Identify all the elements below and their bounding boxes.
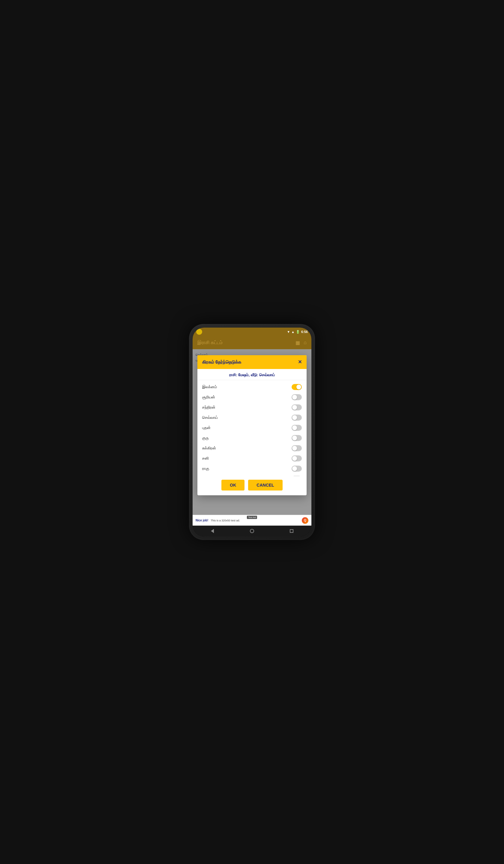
cancel-button[interactable]: CANCEL xyxy=(248,480,282,491)
planet-name-0: இலக்னம் xyxy=(202,385,217,389)
toggle-knob-8 xyxy=(292,466,297,471)
ok-button[interactable]: OK xyxy=(221,480,244,491)
ad-logo: Q xyxy=(302,517,309,524)
planet-row-0: இலக்னம் xyxy=(202,382,302,392)
planet-name-1: சூரியன் xyxy=(202,395,215,400)
status-right: ▼ ▲ 🔋 6:56 xyxy=(287,330,308,334)
home-button[interactable] xyxy=(246,525,258,536)
planet-row-6: சுக்கிரன் xyxy=(202,443,302,453)
ad-nice-text: Nice job! xyxy=(195,519,208,522)
ad-main-text: This is a 320x50 test ad. xyxy=(211,519,240,522)
planet-row-9: கேது xyxy=(202,474,302,476)
planet-name-7: சனி xyxy=(202,456,209,461)
planet-row-2: சந்திரன் xyxy=(202,402,302,412)
toggle-knob-5 xyxy=(292,435,297,440)
planet-row-1: சூரியன் xyxy=(202,392,302,402)
planet-toggle-0[interactable] xyxy=(291,384,302,390)
app-bar-icons: ▦ ⌂ xyxy=(296,340,307,346)
wifi-icon: ▼ xyxy=(287,330,290,334)
battery-icon: 🔋 xyxy=(296,330,300,334)
planet-list: இலக்னம் சூரியன் சந்திரன் xyxy=(197,380,307,476)
planet-toggle-6[interactable] xyxy=(291,445,302,451)
dialog-header: கிரகம் தேர்ந்தெடுக்க ✕ xyxy=(197,355,307,369)
planet-toggle-1[interactable] xyxy=(291,394,302,400)
toggle-knob-1 xyxy=(292,395,297,400)
toggle-knob-3 xyxy=(292,415,297,420)
phone-inner: ▼ ▲ 🔋 6:56 இராசி கட்டம் ▦ ⌂ செவ்வாய்புதன… xyxy=(193,328,311,536)
toggle-knob-6 xyxy=(292,446,297,451)
toggle-knob-4 xyxy=(292,425,297,430)
planet-row-3: செவ்வாய் xyxy=(202,412,302,423)
planet-toggle-4[interactable] xyxy=(291,425,302,431)
grid-icon[interactable]: ▦ xyxy=(296,340,300,346)
time-display: 6:56 xyxy=(301,330,308,334)
ad-bar: Test Ad Nice job! This is a 320x50 test … xyxy=(193,515,311,526)
app-title: இராசி கட்டம் xyxy=(197,340,223,345)
planet-toggle-2[interactable] xyxy=(291,405,302,410)
app-bar: இராசி கட்டம் ▦ ⌂ xyxy=(193,336,311,349)
planet-name-8: ராகு xyxy=(202,466,209,471)
dialog-subtitle: ராசி: மேஷம், வீடு: செவ்வாய் xyxy=(197,369,307,380)
planet-toggle-5[interactable] xyxy=(291,435,302,441)
back-button[interactable] xyxy=(206,525,218,536)
recents-button[interactable] xyxy=(286,525,298,536)
dialog: கிரகம் தேர்ந்தெடுக்க ✕ ராசி: மேஷம், வீடு… xyxy=(197,355,307,495)
planet-toggle-3[interactable] xyxy=(291,415,302,421)
back-icon xyxy=(211,529,214,533)
toggle-knob-2 xyxy=(292,405,297,410)
ad-badge: Test Ad xyxy=(247,516,257,519)
planet-row-7: சனி xyxy=(202,453,302,464)
dialog-actions: OK CANCEL xyxy=(197,476,307,495)
planet-toggle-8[interactable] xyxy=(291,466,302,472)
bottom-nav xyxy=(193,526,311,536)
phone-outer: ▼ ▲ 🔋 6:56 இராசி கட்டம் ▦ ⌂ செவ்வாய்புதன… xyxy=(189,324,315,540)
planet-toggle-7[interactable] xyxy=(291,455,302,461)
home-icon[interactable]: ⌂ xyxy=(304,340,307,346)
main-content: செவ்வாய்புதன் கிரகம் தேர்ந்தெடுக்க ✕ ராச… xyxy=(193,349,311,515)
planet-name-6: சுக்கிரன் xyxy=(202,446,216,451)
planet-row-5: குரு xyxy=(202,433,302,443)
signal-icon: ▲ xyxy=(291,330,295,334)
toggle-knob-7 xyxy=(292,456,297,461)
planet-name-4: புதன் xyxy=(202,425,211,430)
dialog-title: கிரகம் தேர்ந்தெடுக்க xyxy=(202,359,241,365)
home-nav-icon xyxy=(250,529,254,533)
planet-row-8: ராகு xyxy=(202,464,302,474)
planet-row-4: புதன் xyxy=(202,423,302,433)
status-bar: ▼ ▲ 🔋 6:56 xyxy=(193,328,311,336)
planet-name-5: குரு xyxy=(202,435,208,440)
planet-name-3: செவ்வாய் xyxy=(202,415,218,420)
toggle-knob-0 xyxy=(296,385,301,389)
recents-icon xyxy=(290,529,293,533)
planet-name-2: சந்திரன் xyxy=(202,405,215,410)
status-dot xyxy=(196,329,202,335)
dialog-close-button[interactable]: ✕ xyxy=(298,360,302,364)
